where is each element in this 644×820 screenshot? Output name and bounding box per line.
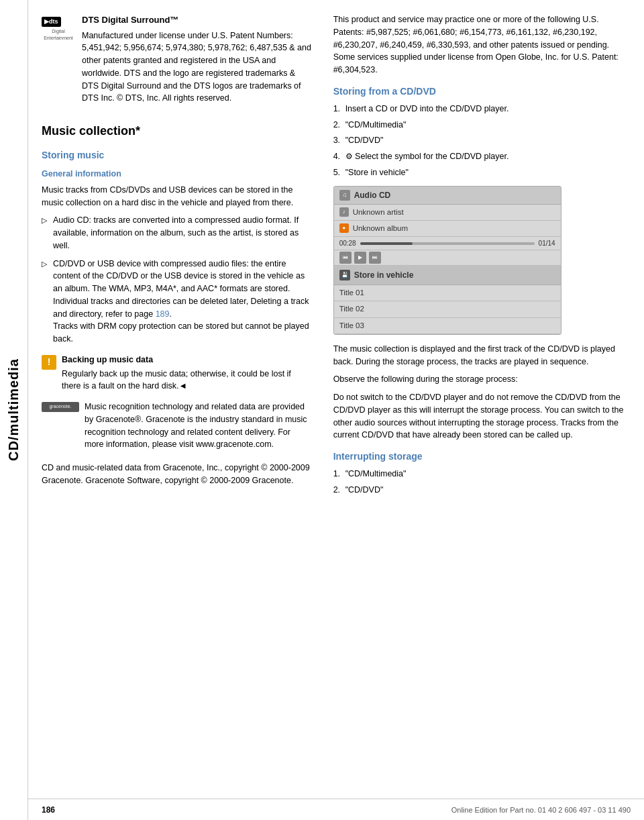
step-2-text: "CD/Multimedia" [345, 119, 631, 132]
right-column: This product and service may practice on… [324, 0, 644, 820]
cd-album: Unknown album [353, 223, 408, 234]
bullet2-text: CD/DVD or USB device with compressed aud… [53, 259, 309, 319]
left-column: ▶dts Digital Entertainment DTS Digital S… [28, 0, 324, 820]
gracenote-block: gracenote. Music recognition technology … [42, 401, 312, 456]
gracenote-content: Music recognition technology and related… [85, 401, 312, 456]
cd-artist: Unknown artist [353, 207, 404, 218]
storing-steps: 1. Insert a CD or DVD into the CD/DVD pl… [333, 103, 631, 179]
sidebar-label: CD/multimedia [6, 358, 21, 461]
cd-controls-row: ⏮ ▶ ⏭ [334, 250, 561, 266]
cd-ui-row-album: ● Unknown album [334, 221, 561, 237]
next-btn[interactable]: ⏭ [369, 252, 381, 264]
cd-title3: Title 03 [339, 320, 364, 331]
step-3: 3. "CD/DVD" [333, 134, 631, 147]
storing-from-cd-dvd-heading: Storing from a CD/DVD [333, 85, 631, 99]
step-2: 2. "CD/Multimedia" [333, 119, 631, 132]
cd-title1: Title 01 [339, 287, 364, 299]
general-info-text: Music tracks from CDs/DVDs and USB devic… [42, 184, 312, 209]
bullet-item-2: ▷ CD/DVD or USB device with compressed a… [42, 258, 312, 346]
cd-progress-bar-fill [360, 242, 413, 245]
footer: 186 Online Edition for Part no. 01 40 2 … [28, 799, 644, 820]
play-btn[interactable]: ▶ [354, 252, 366, 264]
warning-text: Regularly back up the music data; otherw… [62, 369, 291, 391]
interrupting-steps: 1. "CD/Multimedia" 2. "CD/DVD" [333, 468, 631, 497]
sidebar: CD/multimedia [0, 0, 28, 820]
bullet-content-1: Audio CD: tracks are converted into a co… [53, 214, 312, 252]
bullet-arrow-2: ▷ [42, 258, 51, 270]
main-content: ▶dts Digital Entertainment DTS Digital S… [28, 0, 644, 820]
cd-progress-time: 00:28 [339, 238, 356, 248]
dts-logo-text: ▶dts [42, 17, 61, 27]
store-icon: 💾 [339, 270, 350, 280]
after-store-text2: Observe the following during the storage… [333, 373, 631, 386]
int-step-2: 2. "CD/DVD" [333, 484, 631, 497]
patents-text: This product and service may practice on… [333, 13, 631, 76]
bullet-arrow-1: ▷ [42, 215, 51, 226]
storing-music-heading: Storing music [42, 148, 312, 162]
step-1-num: 1. [333, 103, 345, 115]
int-step-1: 1. "CD/Multimedia" [333, 468, 631, 480]
step-4: 4. ⚙ Select the symbol for the CD/DVD pl… [333, 150, 631, 163]
interrupting-storage-heading: Interrupting storage [333, 450, 631, 464]
cd-ui-header-text: Audio CD [354, 189, 391, 201]
artist-icon: ♪ [339, 207, 349, 217]
general-information-heading: General information [42, 168, 312, 181]
dts-text-block: DTS Digital Surround™ Manufactured under… [82, 13, 312, 110]
int-step-1-num: 1. [333, 468, 345, 480]
dts-logo-sub: Digital Entertainment [42, 28, 75, 42]
step-4-num: 4. [333, 150, 345, 163]
dts-text: Manufactured under license under U.S. Pa… [82, 30, 312, 105]
step-5-num: 5. [333, 166, 345, 179]
gracenote-text2: CD and music-related data from Gracenote… [42, 462, 312, 487]
warning-heading: Backing up music data [62, 354, 312, 366]
bullet-item-1: ▷ Audio CD: tracks are converted into a … [42, 214, 312, 252]
step-1-text: Insert a CD or DVD into the CD/DVD playe… [345, 103, 631, 115]
after-store-text1: The music collection is displayed and th… [333, 343, 631, 368]
cd-progress-bar-bg [360, 242, 535, 245]
cd-title2: Title 02 [339, 303, 364, 315]
tracks-drm-text: Tracks with DRM copy protection can be s… [53, 321, 309, 344]
cd-progress-row: 00:28 01/14 [334, 237, 561, 250]
warning-content: Backing up music data Regularly back up … [62, 354, 312, 393]
dts-heading: DTS Digital Surround™ [82, 13, 312, 27]
cd-ui-row-title1: Title 01 [334, 285, 561, 301]
dts-block: ▶dts Digital Entertainment DTS Digital S… [42, 13, 312, 110]
store-row[interactable]: 💾 Store in vehicle [334, 266, 561, 285]
page-number: 186 [42, 805, 55, 815]
footer-text: Online Edition for Part no. 01 40 2 606 … [451, 806, 631, 814]
music-collection-heading: Music collection* [42, 122, 312, 140]
step-5: 5. "Store in vehicle" [333, 166, 631, 179]
step-3-text: "CD/DVD" [345, 134, 631, 147]
int-step-2-num: 2. [333, 484, 345, 497]
bullet2-page: 189 [156, 309, 170, 319]
int-step-2-text: "CD/DVD" [345, 484, 631, 497]
step-3-num: 3. [333, 134, 345, 147]
bullet2-text2: . [170, 309, 172, 319]
cd-ui-row-title3: Title 03 [334, 318, 561, 334]
bullet-content-2: CD/DVD or USB device with compressed aud… [53, 258, 312, 346]
step-4-text: ⚙ Select the symbol for the CD/DVD playe… [345, 150, 631, 163]
dts-logo: ▶dts Digital Entertainment [42, 15, 75, 42]
gracenote-text1: Music recognition technology and related… [85, 401, 312, 451]
prev-btn[interactable]: ⏮ [339, 252, 352, 264]
step-1: 1. Insert a CD or DVD into the CD/DVD pl… [333, 103, 631, 115]
step-5-text: "Store in vehicle" [345, 166, 631, 179]
step-2-num: 2. [333, 119, 345, 132]
cd-ui-header: ♫ Audio CD [334, 187, 561, 205]
cd-ui-row-artist: ♪ Unknown artist [334, 205, 561, 221]
cd-header-icon: ♫ [339, 190, 350, 201]
int-step-1-text: "CD/Multimedia" [345, 468, 631, 480]
warning-block: ! Backing up music data Regularly back u… [42, 351, 312, 395]
cd-ui-box: ♫ Audio CD ♪ Unknown artist ● Unknown al… [333, 186, 561, 335]
gracenote-logo-text: gracenote. [42, 402, 79, 412]
cd-ui-row-title2: Title 02 [334, 301, 561, 317]
store-in-vehicle-text: Store in vehicle [354, 269, 414, 281]
gracenote-logo: gracenote. [42, 402, 79, 412]
album-icon: ● [339, 223, 349, 233]
do-not-switch-text: Do not switch to the CD/DVD player and d… [333, 391, 631, 442]
cd-progress-track: 01/14 [539, 238, 555, 248]
bullet-list: ▷ Audio CD: tracks are converted into a … [42, 214, 312, 346]
warning-icon: ! [42, 355, 56, 370]
